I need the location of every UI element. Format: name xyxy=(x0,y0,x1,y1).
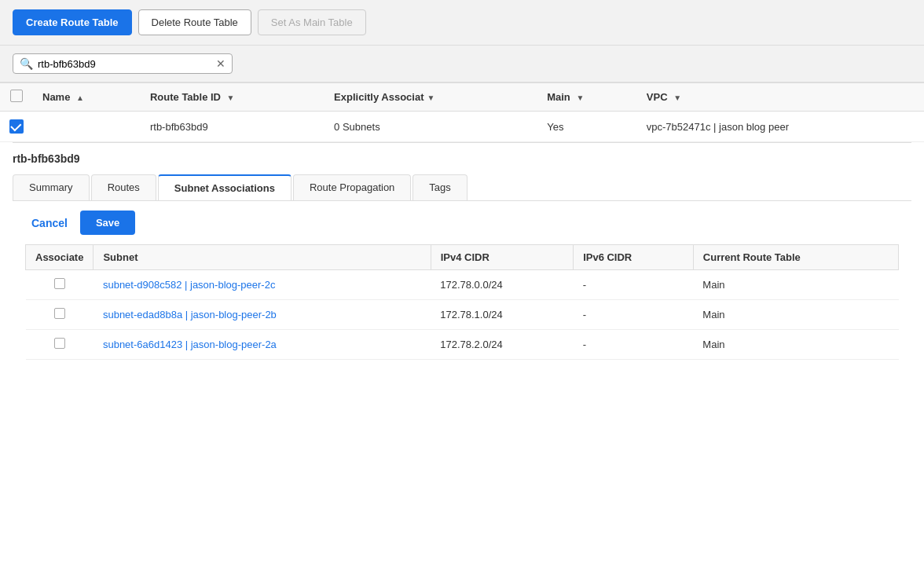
subnet-link[interactable]: subnet-edad8b8a | jason-blog-peer-2b xyxy=(103,309,277,320)
col-main[interactable]: Main ▼ xyxy=(537,83,637,112)
current-route-table: Main xyxy=(693,330,898,360)
toolbar: Create Route Table Delete Route Table Se… xyxy=(0,0,924,46)
tab-subnet-associations[interactable]: Subnet Associations xyxy=(158,174,292,200)
subnet-row: subnet-d908c582 | jason-blog-peer-2c172.… xyxy=(26,270,899,300)
tab-summary[interactable]: Summary xyxy=(13,174,90,200)
tab-route-propagation[interactable]: Route Propagation xyxy=(293,174,411,200)
search-wrapper: 🔍 ✕ xyxy=(13,53,233,74)
delete-route-table-button[interactable]: Delete Route Table xyxy=(138,9,251,35)
associate-checkbox[interactable] xyxy=(54,278,65,289)
subnet-col-ipv6-cidr: IPv6 CIDR xyxy=(574,245,694,270)
subnet-row: subnet-6a6d1423 | jason-blog-peer-2a172.… xyxy=(26,330,899,360)
tab-tags[interactable]: Tags xyxy=(412,174,467,200)
tabs: SummaryRoutesSubnet AssociationsRoute Pr… xyxy=(13,174,911,201)
main-sort-icon: ▼ xyxy=(576,93,584,102)
table-row[interactable]: rtb-bfb63bd90 SubnetsYesvpc-7b52471c | j… xyxy=(0,112,924,142)
subnet-associations-table: AssociateSubnetIPv4 CIDRIPv6 CIDRCurrent… xyxy=(25,244,899,360)
ipv6-cidr: - xyxy=(574,270,694,300)
col-vpc[interactable]: VPC ▼ xyxy=(637,83,924,112)
name-sort-icon: ▲ xyxy=(76,93,84,102)
route-table-list: Name ▲ Route Table ID ▼ Explicitly Assoc… xyxy=(0,82,924,142)
save-button[interactable]: Save xyxy=(80,211,135,235)
subnet-link[interactable]: subnet-6a6d1423 | jason-blog-peer-2a xyxy=(103,339,277,350)
subnet-col-current-route-table: Current Route Table xyxy=(693,245,898,270)
table-cell: Yes xyxy=(537,112,637,142)
col-name[interactable]: Name ▲ xyxy=(33,83,141,112)
col-explicitly-assoc[interactable]: Explicitly Associat▼ xyxy=(324,83,537,112)
search-input[interactable] xyxy=(38,58,216,70)
subnet-link[interactable]: subnet-d908c582 | jason-blog-peer-2c xyxy=(103,279,275,291)
rtid-sort-icon: ▼ xyxy=(227,93,235,102)
ipv4-cidr: 172.78.2.0/24 xyxy=(431,330,573,360)
detail-section: rtb-bfb63bd9 SummaryRoutesSubnet Associa… xyxy=(0,143,924,369)
detail-title: rtb-bfb63bd9 xyxy=(13,152,911,165)
table-cell xyxy=(33,112,141,142)
search-bar: 🔍 ✕ xyxy=(0,46,924,82)
subnet-row: subnet-edad8b8a | jason-blog-peer-2b172.… xyxy=(26,300,899,330)
create-route-table-button[interactable]: Create Route Table xyxy=(13,9,132,35)
ipv4-cidr: 172.78.0.0/24 xyxy=(431,270,573,300)
subnet-col-subnet: Subnet xyxy=(94,245,431,270)
assoc-sort-icon: ▼ xyxy=(427,93,435,102)
select-all-header[interactable] xyxy=(0,83,33,112)
table-cell: 0 Subnets xyxy=(324,112,537,142)
select-all-checkbox[interactable] xyxy=(10,90,23,102)
cancel-button[interactable]: Cancel xyxy=(25,212,74,234)
row-checkbox[interactable] xyxy=(9,119,24,134)
ipv6-cidr: - xyxy=(574,330,694,360)
current-route-table: Main xyxy=(693,300,898,330)
search-icon: 🔍 xyxy=(20,57,33,70)
associate-checkbox[interactable] xyxy=(54,308,65,319)
ipv6-cidr: - xyxy=(574,300,694,330)
clear-icon[interactable]: ✕ xyxy=(216,57,226,70)
action-bar: Cancel Save xyxy=(25,211,899,235)
vpc-sort-icon: ▼ xyxy=(673,93,681,102)
content-area: Cancel Save AssociateSubnetIPv4 CIDRIPv6… xyxy=(13,201,911,369)
subnet-col-ipv4-cidr: IPv4 CIDR xyxy=(431,245,573,270)
table-cell: vpc-7b52471c | jason blog peer xyxy=(637,112,924,142)
table-cell: rtb-bfb63bd9 xyxy=(141,112,324,142)
subnet-col-associate: Associate xyxy=(26,245,94,270)
associate-checkbox[interactable] xyxy=(54,338,65,349)
tab-routes[interactable]: Routes xyxy=(91,174,156,200)
ipv4-cidr: 172.78.1.0/24 xyxy=(431,300,573,330)
current-route-table: Main xyxy=(693,270,898,300)
col-route-table-id[interactable]: Route Table ID ▼ xyxy=(141,83,324,112)
set-main-table-button: Set As Main Table xyxy=(258,9,366,35)
